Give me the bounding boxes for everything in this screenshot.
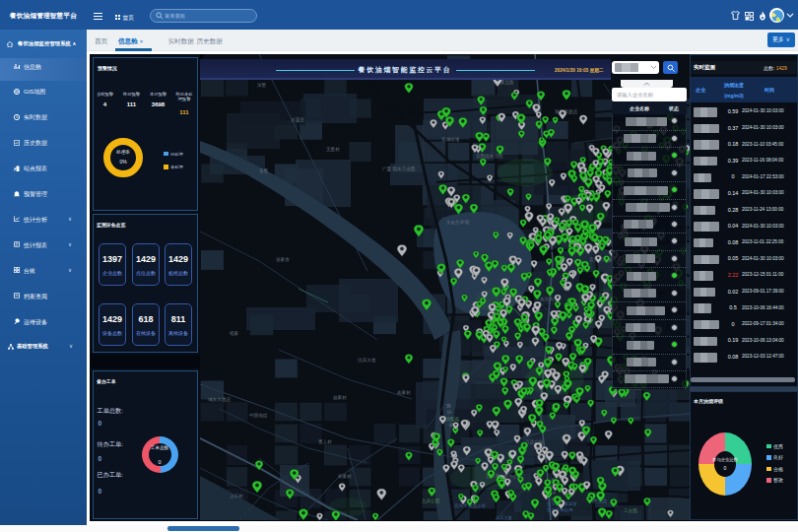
svg-text:广厦 阳木工业园: 广厦 阳木工业园 (382, 166, 415, 172)
svg-text:工业园: 工业园 (624, 507, 637, 514)
svg-text:钮家: 钮家 (230, 330, 239, 336)
svg-text:深里: 深里 (257, 83, 267, 88)
svg-text:氿滨大道: 氿滨大道 (358, 358, 376, 363)
svg-text:九滨大厦: 九滨大厦 (496, 515, 512, 520)
svg-text:水漫兜: 水漫兜 (291, 116, 304, 123)
svg-text:无蚕村: 无蚕村 (326, 146, 340, 153)
svg-text:袁里: 袁里 (259, 168, 269, 173)
